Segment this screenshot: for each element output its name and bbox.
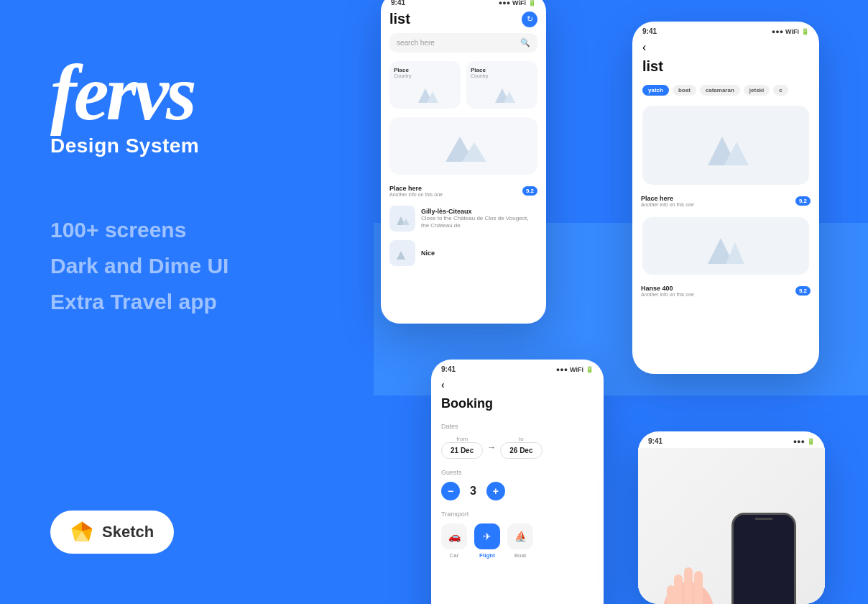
time-2: 9:41 [642, 27, 657, 35]
rating-badge-2: 9.2 [795, 196, 811, 206]
date-selector: from 21 Dec → to 26 Dec [431, 433, 604, 465]
status-bar-1: 9:41 ●●●WiFi🔋 [381, 0, 546, 9]
sketch-badge[interactable]: Sketch [50, 511, 174, 554]
arrow-icon: → [487, 442, 496, 452]
chip-yatch[interactable]: yatch [642, 85, 669, 96]
decrement-button[interactable]: − [441, 482, 460, 500]
brand-logo: fervs [50, 58, 331, 129]
list-info-2: Nice [421, 250, 537, 257]
feature-item-3: Extra Travel app [50, 287, 331, 317]
phone-mockup-list: 9:41 ●●●WiFi🔋 list ↻ search here 🔍 Place… [381, 0, 546, 324]
place-row-3: Hanse 400 Another info on this one 9.2 [632, 280, 819, 301]
features-list: 100+ screens Dark and Dime UI Extra Trav… [50, 215, 331, 317]
boat-icon: ⛵ [507, 523, 533, 549]
guest-counter: − 3 + [431, 479, 604, 506]
card-label-1: Place [394, 67, 409, 73]
transport-flight[interactable]: ✈ Flight [474, 523, 500, 559]
transport-label: Transport [431, 506, 604, 521]
place-row-2: Place here Another info on this one 9.2 [632, 191, 819, 211]
svg-marker-14 [397, 251, 405, 260]
to-date[interactable]: 26 Dec [500, 442, 542, 459]
boat-label: Boat [514, 552, 526, 559]
rating-badge-3: 9.2 [795, 286, 811, 296]
list-item-title-1: Gilly-lès-Citeaux [421, 208, 537, 215]
place-title-2: Place here [641, 195, 694, 202]
status-bar-3: 9:41 ●●●WiFi🔋 [431, 360, 604, 376]
list-info-1: Gilly-lès-Citeaux Close to the Château d… [421, 208, 537, 230]
list-thumb-1 [389, 206, 415, 232]
status-bar-2: 9:41 ●●●WiFi🔋 [632, 22, 819, 38]
flight-icon: ✈ [474, 523, 500, 549]
transport-car[interactable]: 🚗 Car [441, 523, 467, 559]
rating-badge-1: 9.2 [522, 186, 537, 196]
svg-rect-22 [694, 571, 703, 604]
chip-boat[interactable]: boat [673, 85, 696, 96]
sketch-icon [70, 521, 93, 544]
svg-rect-23 [667, 585, 675, 604]
mountain-icon-lg-1 [398, 126, 529, 162]
logo-area: fervs Design System [50, 58, 331, 157]
small-card-1: Place Country [389, 61, 461, 109]
inner-phone-device [731, 513, 796, 604]
image-placeholder-2 [642, 217, 809, 275]
chip-more[interactable]: c [773, 85, 788, 96]
phone-mockup-filter: 9:41 ●●●WiFi🔋 ‹ list yatch boat catamara… [632, 22, 819, 374]
dates-label: Dates [431, 418, 604, 433]
place-row-1: Place here Another info on this one 9.2 [381, 180, 546, 201]
list-thumb-2 [389, 240, 415, 266]
list-title-2: list [632, 55, 819, 81]
mountain-icon-sm-2 [471, 81, 533, 103]
search-bar-1[interactable]: search here 🔍 [389, 33, 537, 52]
signal-icons-2: ●●●WiFi🔋 [772, 28, 809, 35]
transport-boat[interactable]: ⛵ Boat [507, 523, 533, 559]
sketch-label: Sketch [102, 523, 154, 541]
place-subtitle-3: Another info on this one [641, 292, 694, 297]
svg-rect-21 [684, 567, 693, 604]
booking-title: Booking [431, 393, 604, 418]
chip-catamaran[interactable]: catamaran [700, 85, 740, 96]
signal-icons-1: ●●●WiFi🔋 [499, 0, 536, 6]
car-label: Car [450, 552, 459, 559]
time-1: 9:41 [391, 0, 405, 6]
signal-icons-3: ●●●WiFi🔋 [556, 366, 594, 373]
search-icon-1: 🔍 [520, 38, 530, 47]
device-body [638, 448, 825, 604]
brand-subtitle: Design System [50, 134, 331, 157]
hand-illustration [652, 546, 724, 604]
car-icon: 🚗 [441, 523, 467, 549]
increment-button[interactable]: + [486, 482, 505, 500]
from-date[interactable]: 21 Dec [441, 442, 483, 459]
place-title-3: Hanse 400 [641, 285, 694, 292]
list-item-title-2: Nice [421, 250, 537, 257]
left-panel: fervs Design System 100+ screens Dark an… [0, 0, 374, 604]
phone-mockup-device: 9:41 ●●●🔋 [638, 431, 825, 604]
status-bar-4: 9:41 ●●●🔋 [638, 431, 825, 448]
place-title-1: Place here [389, 185, 443, 192]
feature-item-2: Dark and Dime UI [50, 251, 331, 281]
card-sublabel-2: Country [471, 73, 489, 78]
card-row-1: Place Country Place Country [381, 58, 546, 111]
list-title-1: list [389, 11, 410, 27]
feature-item-1: 100+ screens [50, 215, 331, 245]
chip-jetski[interactable]: jetski [744, 85, 770, 96]
guests-label: Guests [431, 465, 604, 479]
list-item-1: Gilly-lès-Citeaux Close to the Château d… [381, 201, 546, 236]
place-subtitle-2: Another info on this one [641, 202, 694, 207]
filter-chips: yatch boat catamaran jetski c [632, 81, 819, 100]
search-placeholder-1: search here [397, 39, 435, 47]
back-arrow-2[interactable]: ‹ [632, 38, 819, 55]
big-card-1 [389, 117, 537, 175]
back-arrow-3[interactable]: ‹ [431, 376, 604, 393]
big-image-placeholder [642, 106, 809, 185]
from-label: from [456, 436, 468, 442]
mountain-icon-sm-1 [394, 81, 456, 103]
sync-icon-1: ↻ [522, 12, 537, 27]
guest-count: 3 [470, 485, 476, 498]
card-sublabel-1: Country [394, 73, 412, 78]
svg-marker-18 [726, 242, 744, 264]
small-card-2: Place Country [466, 61, 537, 109]
phone-mockup-booking: 9:41 ●●●WiFi🔋 ‹ Booking Dates from 21 De… [431, 360, 604, 604]
signal-icons-4: ●●●🔋 [793, 438, 815, 445]
list-item-subtitle-1: Close to the Château de Clos de Vougeot,… [421, 215, 537, 230]
transport-selector: 🚗 Car ✈ Flight ⛵ Boat [431, 521, 604, 562]
